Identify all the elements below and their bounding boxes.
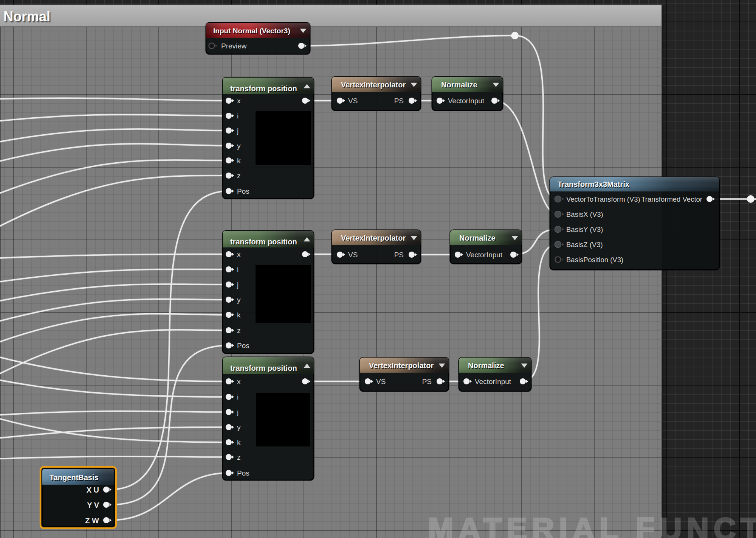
svg-text:Normalize: Normalize	[468, 361, 504, 370]
svg-text:VectorToTransform (V3): VectorToTransform (V3)	[566, 195, 640, 203]
svg-text:Normalize: Normalize	[459, 234, 496, 242]
svg-text:x: x	[237, 378, 241, 386]
svg-text:Pos: Pos	[237, 342, 249, 350]
svg-text:Normalize: Normalize	[441, 81, 477, 89]
svg-text:Transformed Vector: Transformed Vector	[641, 195, 702, 203]
svg-text:i: i	[237, 112, 239, 120]
svg-text:PS: PS	[394, 251, 404, 259]
svg-text:transform position: transform position	[230, 84, 297, 93]
svg-text:VS: VS	[348, 97, 358, 105]
svg-text:PS: PS	[422, 378, 432, 386]
svg-text:PS: PS	[394, 97, 404, 105]
svg-text:Input Normal (Vector3): Input Normal (Vector3)	[213, 27, 290, 35]
svg-text:x: x	[237, 250, 241, 258]
svg-text:VertexInterpolator: VertexInterpolator	[341, 234, 406, 242]
svg-text:z: z	[237, 172, 241, 180]
svg-text:BasisY (V3): BasisY (V3)	[566, 225, 603, 233]
svg-text:k: k	[237, 438, 241, 446]
svg-text:transform position: transform position	[230, 364, 297, 372]
svg-text:x: x	[237, 97, 241, 105]
svg-text:y: y	[237, 296, 241, 304]
svg-text:BasisZ (V3): BasisZ (V3)	[566, 241, 603, 249]
svg-text:Transform3x3Matrix: Transform3x3Matrix	[558, 180, 629, 188]
svg-text:Z W: Z W	[85, 516, 99, 525]
svg-text:VertexInterpolator: VertexInterpolator	[341, 81, 406, 89]
svg-text:transform position: transform position	[230, 238, 297, 246]
svg-text:BasisPosition (V3): BasisPosition (V3)	[566, 256, 623, 264]
svg-text:TangentBasis: TangentBasis	[50, 473, 99, 482]
svg-text:y: y	[237, 142, 241, 150]
svg-text:z: z	[237, 453, 241, 461]
svg-text:VectorInput: VectorInput	[475, 378, 511, 386]
svg-text:Pos: Pos	[237, 469, 249, 477]
svg-text:k: k	[237, 311, 241, 319]
svg-text:j: j	[237, 127, 239, 135]
svg-text:i: i	[237, 393, 239, 401]
svg-text:VectorInput: VectorInput	[466, 251, 503, 259]
svg-text:X U: X U	[87, 486, 99, 494]
svg-text:z: z	[237, 327, 241, 334]
svg-text:Preview: Preview	[221, 42, 247, 50]
svg-text:j: j	[237, 281, 239, 289]
svg-text:Y V: Y V	[87, 501, 99, 509]
svg-text:Pos: Pos	[237, 187, 249, 195]
svg-text:VertexInterpolator: VertexInterpolator	[369, 361, 434, 370]
svg-text:VS: VS	[348, 251, 358, 259]
svg-text:y: y	[237, 423, 241, 431]
svg-text:k: k	[237, 157, 241, 165]
svg-text:VectorInput: VectorInput	[448, 97, 485, 105]
svg-text:VS: VS	[376, 378, 386, 386]
svg-text:BasisX (V3): BasisX (V3)	[566, 210, 603, 218]
svg-text:j: j	[237, 408, 239, 416]
svg-text:i: i	[237, 266, 239, 274]
